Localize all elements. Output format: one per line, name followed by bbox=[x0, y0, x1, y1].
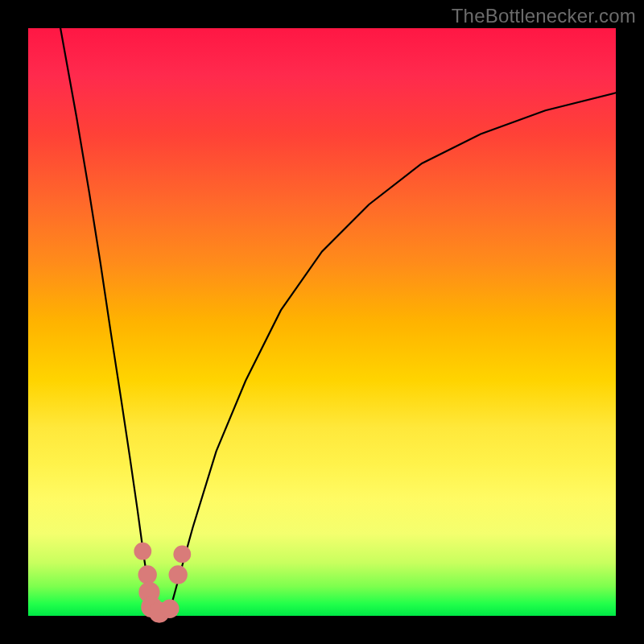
marker-dot bbox=[160, 600, 179, 618]
marker-dot bbox=[138, 565, 157, 584]
plot-area bbox=[28, 28, 616, 616]
outer-frame: TheBottlenecker.com bbox=[0, 0, 644, 644]
right-curve bbox=[169, 93, 616, 613]
markers-group bbox=[134, 543, 191, 623]
marker-dot bbox=[173, 546, 191, 564]
marker-dot bbox=[169, 565, 188, 584]
chart-svg bbox=[28, 28, 616, 616]
left-curve bbox=[60, 28, 153, 613]
marker-dot bbox=[134, 543, 151, 560]
watermark-text: TheBottlenecker.com bbox=[452, 5, 636, 27]
